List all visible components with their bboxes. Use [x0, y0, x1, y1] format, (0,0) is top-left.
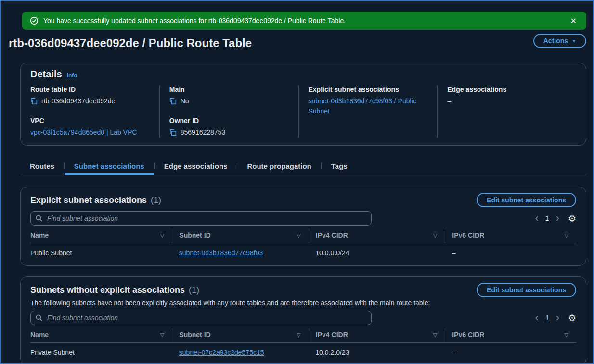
search-input[interactable]: [30, 311, 372, 325]
details-column-1: Route table ID rtb-036d09437dee092de VPC…: [30, 86, 159, 138]
panel-title: Subnets without explicit associations (1…: [30, 285, 199, 295]
pagination: ‹ 1 ›: [535, 213, 559, 224]
route-table-id-value: rtb-036d09437dee092de: [41, 96, 115, 106]
info-link[interactable]: Info: [67, 72, 77, 79]
column-label: IPv4 CIDR: [316, 331, 348, 339]
tab-edge-associations[interactable]: Edge associations: [155, 157, 237, 175]
field-label: Edge associations: [447, 86, 567, 93]
previous-page-icon[interactable]: ‹: [535, 313, 539, 323]
details-column-2: Main No Owner ID 856916228753: [159, 86, 298, 138]
table-row: Private Subnet subnet-07c2a93c2de575c15 …: [30, 343, 576, 361]
tab-subnet-associations[interactable]: Subnet associations: [65, 157, 154, 175]
tab-routes[interactable]: Routes: [20, 157, 64, 175]
column-header-ipv4-cidr[interactable]: IPv4 CIDR▽: [309, 328, 445, 343]
column-label: IPv4 CIDR: [316, 231, 348, 239]
sort-icon[interactable]: ▽: [160, 332, 164, 338]
search-input[interactable]: [30, 211, 372, 226]
field-route-table-id: Route table ID rtb-036d09437dee092de: [30, 86, 150, 106]
ipv6-cidr-cell: –: [445, 243, 576, 261]
actions-button[interactable]: Actions▼: [533, 34, 586, 48]
vpc-link[interactable]: vpc-03f1c5a794d865ed0 | Lab VPC: [30, 127, 137, 138]
tab-bar: Routes Subnet associations Edge associat…: [20, 157, 586, 175]
details-title: Details: [30, 69, 62, 80]
details-grid: Route table ID rtb-036d09437dee092de VPC…: [30, 86, 576, 138]
column-header-subnet-id[interactable]: Subnet ID▽: [172, 328, 309, 343]
next-page-icon[interactable]: ›: [556, 213, 559, 224]
column-header-name[interactable]: Name▽: [30, 228, 172, 243]
owner-id-value: 856916228753: [181, 127, 225, 138]
field-vpc: VPC vpc-03f1c5a794d865ed0 | Lab VPC: [30, 117, 150, 138]
explicit-subnet-associations-panel: Explicit subnet associations (1) Edit su…: [20, 187, 586, 266]
column-header-ipv6-cidr[interactable]: IPv6 CIDR▽: [445, 328, 576, 343]
column-header-ipv6-cidr[interactable]: IPv6 CIDR▽: [445, 228, 576, 243]
explicit-subnet-association-link[interactable]: subnet-0d3b1836d77c98f03 / Public Subnet: [309, 96, 428, 116]
close-icon[interactable]: ✕: [568, 16, 579, 25]
panel-title: Explicit subnet associations (1): [30, 195, 161, 205]
page-number[interactable]: 1: [545, 314, 549, 322]
page-header: rtb-036d09437dee092de / Public Route Tab…: [8, 34, 586, 50]
column-label: IPv6 CIDR: [452, 331, 484, 339]
field-label: VPC: [30, 117, 150, 125]
panel-description: The following subnets have not been expl…: [30, 299, 576, 307]
success-banner: You have successfully updated subnet ass…: [22, 12, 586, 30]
sort-icon[interactable]: ▽: [565, 332, 568, 338]
sort-icon[interactable]: ▽: [297, 232, 300, 238]
panel-title-text: Subnets without explicit associations: [30, 285, 185, 295]
column-header-subnet-id[interactable]: Subnet ID▽: [172, 228, 309, 243]
panel-count: (1): [189, 285, 199, 295]
search-icon: [35, 314, 43, 324]
ipv4-cidr-cell: 10.0.2.0/23: [309, 343, 445, 361]
column-header-name[interactable]: Name▽: [30, 328, 172, 343]
table-row: Public Subnet subnet-0d3b1836d77c98f03 1…: [30, 243, 576, 261]
copy-icon[interactable]: [30, 98, 38, 105]
column-header-ipv4-cidr[interactable]: IPv4 CIDR▽: [309, 228, 445, 243]
gear-icon[interactable]: ⚙: [568, 314, 576, 323]
sort-icon[interactable]: ▽: [433, 232, 437, 238]
column-label: Name: [30, 331, 49, 339]
column-label: Subnet ID: [179, 231, 210, 239]
route-table-page: You have successfully updated subnet ass…: [1, 12, 593, 364]
name-cell: Public Subnet: [30, 243, 172, 261]
subnets-without-explicit-associations-panel: Subnets without explicit associations (1…: [20, 276, 586, 364]
ipv4-cidr-cell: 10.0.0.0/24: [309, 243, 445, 261]
next-page-icon[interactable]: ›: [556, 313, 559, 323]
sort-icon[interactable]: ▽: [297, 332, 300, 338]
sort-icon[interactable]: ▽: [565, 232, 568, 238]
column-label: Name: [30, 231, 49, 239]
sort-icon[interactable]: ▽: [433, 332, 437, 338]
pagination: ‹ 1 ›: [535, 313, 559, 323]
details-column-4: Edge associations –: [437, 86, 576, 138]
page-content: Details Info Route table ID rtb-036d0943…: [20, 63, 586, 364]
subnet-search: [30, 311, 372, 325]
field-edge-associations: Edge associations –: [447, 86, 567, 106]
chevron-down-icon: ▼: [572, 39, 576, 44]
subnet-link[interactable]: subnet-07c2a93c2de575c15: [179, 349, 264, 356]
previous-page-icon[interactable]: ‹: [535, 213, 539, 224]
panel-title-text: Explicit subnet associations: [30, 195, 147, 205]
copy-icon[interactable]: [169, 129, 177, 136]
explicit-subnet-table: Name▽ Subnet ID▽ IPv4 CIDR▽ IPv6 CIDR▽ P…: [30, 228, 576, 261]
subnet-link[interactable]: subnet-0d3b1836d77c98f03: [179, 249, 263, 257]
edit-subnet-associations-button[interactable]: Edit subnet associations: [477, 193, 576, 207]
actions-button-label: Actions: [543, 37, 568, 45]
main-route-table-subnet-table: Name▽ Subnet ID▽ IPv4 CIDR▽ IPv6 CIDR▽ P…: [30, 328, 576, 360]
column-label: Subnet ID: [179, 331, 210, 339]
subnet-search: [30, 211, 372, 226]
field-label: Owner ID: [169, 117, 289, 125]
page-number[interactable]: 1: [545, 214, 549, 222]
field-label: Route table ID: [30, 86, 150, 93]
column-label: IPv6 CIDR: [452, 231, 484, 239]
edit-subnet-associations-button[interactable]: Edit subnet associations: [477, 283, 576, 297]
field-owner-id: Owner ID 856916228753: [169, 117, 289, 138]
field-label: Main: [169, 86, 289, 93]
details-panel: Details Info Route table ID rtb-036d0943…: [20, 63, 586, 146]
tab-tags[interactable]: Tags: [322, 157, 357, 175]
success-banner-message: You have successfully updated subnet ass…: [43, 17, 346, 25]
sort-icon[interactable]: ▽: [160, 232, 164, 238]
gear-icon[interactable]: ⚙: [568, 214, 576, 223]
tab-route-propagation[interactable]: Route propagation: [237, 157, 321, 175]
details-column-3: Explicit subnet associations subnet-0d3b…: [298, 86, 438, 138]
page-title: rtb-036d09437dee092de / Public Route Tab…: [9, 37, 252, 50]
edge-associations-value: –: [447, 96, 451, 106]
copy-icon[interactable]: [169, 98, 177, 105]
